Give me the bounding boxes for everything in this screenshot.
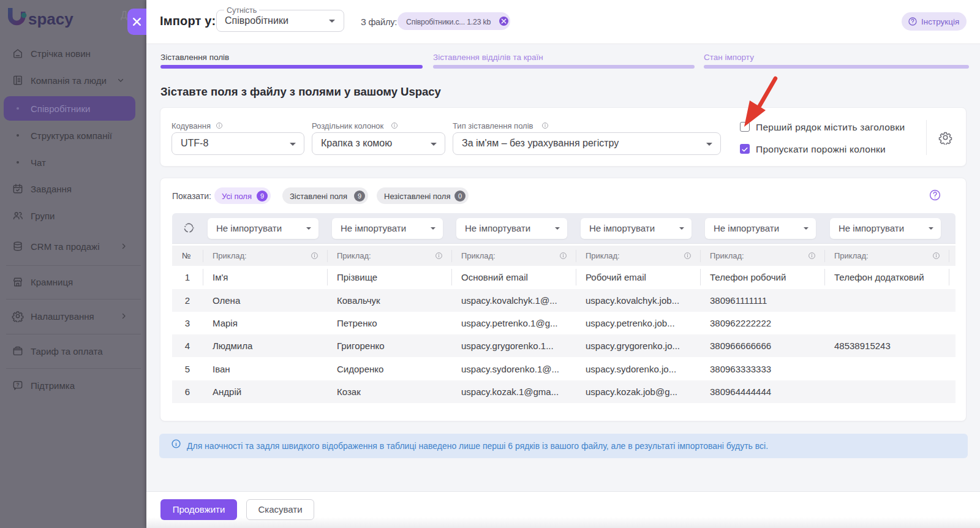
svg-text:?: ?: [16, 382, 19, 388]
